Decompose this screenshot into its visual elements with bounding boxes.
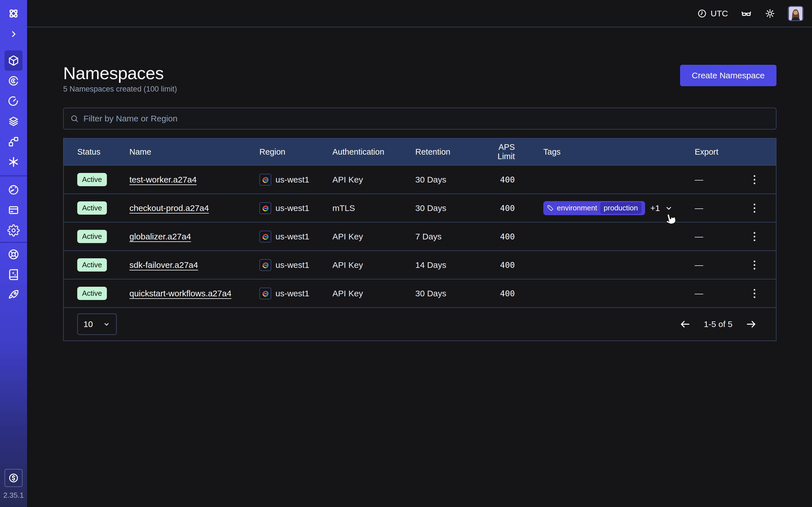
export-value: — [695,232,744,241]
rocket-icon [7,289,20,301]
row-menu-button[interactable] [751,258,758,272]
main-content: Namespaces 5 Namespaces created (100 lim… [27,27,812,507]
region-label: us-west1 [275,232,309,241]
timezone-button[interactable]: UTC [697,8,728,18]
sidebar-nav-account [4,180,22,240]
next-page-button[interactable] [744,318,758,331]
sidebar-item-schedules[interactable] [4,91,22,111]
filter-bar [63,108,776,129]
status-badge: Active [77,230,107,243]
search-icon [70,114,79,123]
region-label: us-west1 [275,203,309,213]
status-badge: Active [77,173,107,186]
theme-toggle-button[interactable] [765,8,775,19]
table-row: Active quickstart-workflows.a27a4 us-wes… [64,279,776,307]
sidebar-item-nexus[interactable] [4,71,22,91]
col-header-region: Region [259,147,333,157]
topbar: UTC [27,0,812,27]
gcp-cloud-icon [259,174,271,186]
sidebar-item-namespaces[interactable] [4,50,22,71]
layers-icon [7,115,20,128]
table-row: Active checkout-prod.a27a4 us-west1 mTLS… [64,193,776,222]
sidebar-item-getting-started[interactable] [4,285,22,305]
clock-icon [697,8,707,18]
namespaces-table: Status Name Region Authentication Retent… [63,138,776,341]
sun-icon [765,8,775,19]
auth-label: API Key [333,232,415,241]
sidebar-item-usage[interactable] [4,180,22,200]
gcp-cloud-icon [259,231,271,242]
user-avatar[interactable] [788,6,804,21]
dollar-badge-icon [8,472,19,484]
auth-label: API Key [333,289,415,298]
col-header-retention: Retention [415,147,480,157]
sidebar-item-deployments[interactable] [4,111,22,131]
namespace-link[interactable]: quickstart-workflows.a27a4 [130,289,232,298]
timezone-label: UTC [711,9,728,18]
sidebar-item-batch[interactable] [4,152,22,172]
tag-chip[interactable]: environment production [543,201,645,215]
export-value: — [695,260,744,270]
col-header-status: Status [77,147,130,157]
nexus-swirl-icon [7,75,20,87]
sidebar-item-support[interactable] [4,244,22,265]
create-namespace-button[interactable]: Create Namespace [680,65,776,86]
book-sparkles-icon [7,269,20,281]
chevron-right-icon [9,29,18,39]
prev-page-button[interactable] [678,318,692,331]
sidebar-item-docs[interactable] [4,265,22,285]
row-menu-button[interactable] [751,287,758,300]
page-title: Namespaces [63,63,177,83]
status-badge: Active [77,258,107,272]
tag-icon [547,205,554,212]
status-badge: Active [77,202,107,215]
page-size-select[interactable]: 10 [77,314,117,335]
arrow-left-icon [679,319,691,330]
retention-label: 7 Days [415,232,480,241]
version-label: 2.35.1 [3,491,24,500]
table-row: Active sdk-failover.a27a4 us-west1 API K… [64,250,776,279]
export-value: — [695,175,744,184]
gcp-cloud-icon [259,202,271,214]
auth-label: API Key [333,175,415,184]
credits-button[interactable] [4,469,22,487]
card-icon [7,204,20,216]
sidebar-expand-button[interactable] [4,29,22,39]
namespace-link[interactable]: sdk-failover.a27a4 [130,260,198,270]
page-range-label: 1-5 of 5 [704,320,732,329]
row-menu-button[interactable] [751,173,758,186]
namespace-link[interactable]: globalizer.a27a4 [130,232,191,241]
aps-limit-value: 400 [480,289,515,298]
aps-limit-value: 400 [480,175,515,184]
auth-label: mTLS [333,203,415,213]
filter-input[interactable] [84,114,770,123]
namespace-link[interactable]: test-worker.a27a4 [130,175,197,184]
tag-more-count: +1 [651,203,660,213]
temporal-logo-icon [7,7,20,20]
retention-label: 30 Days [415,175,480,184]
retention-label: 14 Days [415,260,480,270]
tags-expand-chevron[interactable] [664,204,673,213]
aps-limit-value: 400 [480,232,515,241]
sidebar-divider [0,175,27,176]
sidebar-item-workflows[interactable] [4,131,22,152]
gcp-cloud-icon [259,288,271,299]
retention-label: 30 Days [415,289,480,298]
labs-mode-toggle[interactable] [741,8,752,19]
glasses-icon [741,8,752,19]
row-menu-button[interactable] [751,202,758,215]
sidebar-nav-main [4,50,22,172]
page-size-value: 10 [84,320,93,329]
export-value: — [695,289,744,298]
namespace-link[interactable]: checkout-prod.a27a4 [130,203,209,213]
timer-icon [7,95,20,107]
avatar-photo [789,7,803,20]
row-menu-button[interactable] [751,230,758,243]
status-badge: Active [77,287,107,300]
sidebar-item-billing[interactable] [4,200,22,220]
sidebar-item-settings[interactable] [4,220,22,240]
chevron-down-icon [103,320,110,328]
gauge-icon [7,184,20,196]
tag-key-label: environment [557,204,597,212]
gcp-cloud-icon [259,259,271,271]
